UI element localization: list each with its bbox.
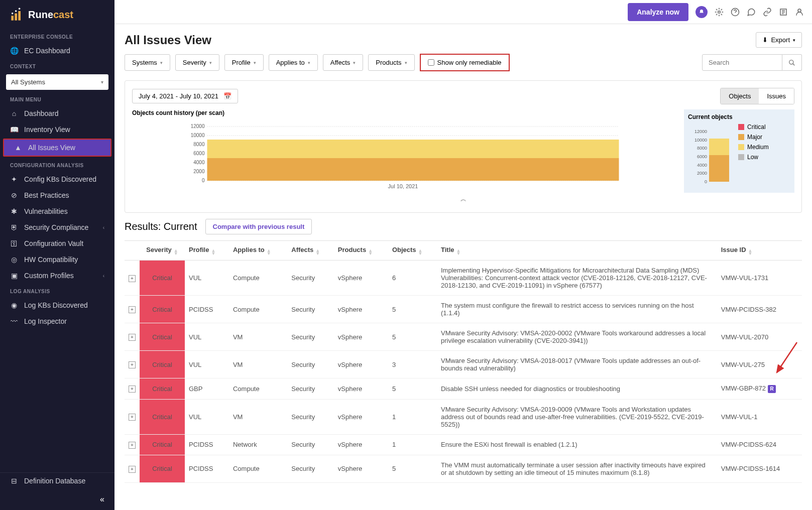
tab-objects[interactable]: Objects — [721, 88, 759, 104]
sidebar-item-vulnerabilities[interactable]: ✱Vulnerabilities — [0, 203, 114, 219]
chart-title: Objects count history (per scan) — [132, 109, 674, 116]
svg-text:6000: 6000 — [697, 154, 707, 159]
products-cell: vSphere — [334, 378, 388, 400]
remediable-checkbox-input[interactable] — [428, 59, 434, 66]
col-objects[interactable]: Objects▲▼ — [388, 241, 437, 261]
sort-icon: ▲▼ — [211, 249, 215, 255]
results-title: Results: Current — [125, 221, 197, 232]
profile-cell: VUL — [185, 399, 229, 434]
table-row[interactable]: + Critical VUL VM Security vSphere 3 VMw… — [125, 351, 802, 378]
context-select[interactable]: All Systems ▾ — [6, 74, 108, 90]
table-row[interactable]: + Critical VUL Compute Security vSphere … — [125, 261, 802, 296]
sidebar-item-security[interactable]: ⛨Security Compliance‹ — [0, 219, 114, 235]
title-cell: The system must configure the firewall t… — [437, 296, 717, 323]
objects-cell: 6 — [388, 261, 437, 296]
analyze-button[interactable]: Analyze now — [628, 3, 688, 21]
sidebar-item-definition-db[interactable]: ⊟Definition Database — [0, 473, 114, 489]
sidebar-item-all-issues[interactable]: ▲All Issues View — [3, 139, 111, 157]
svg-text:Jul 10, 2021: Jul 10, 2021 — [388, 183, 418, 189]
gear-icon[interactable] — [715, 8, 724, 17]
table-row[interactable]: + Critical PCIDSS Compute Security vSphe… — [125, 455, 802, 482]
expand-button[interactable]: + — [129, 334, 136, 341]
filter-affects[interactable]: Affects▾ — [323, 54, 364, 71]
svg-text:12000: 12000 — [694, 129, 707, 134]
svg-rect-2 — [18, 11, 21, 21]
caret-down-icon: ▾ — [405, 60, 407, 65]
show-remediable-checkbox[interactable]: Show only remediable — [420, 54, 510, 71]
filter-applies-to[interactable]: Applies to▾ — [269, 54, 318, 71]
applies-cell: Compute — [229, 261, 287, 296]
compare-button[interactable]: Compare with previous result — [205, 219, 312, 234]
sidebar-item-config-vault[interactable]: ⚿Configuration Vault — [0, 235, 114, 251]
col-products[interactable]: Products▲▼ — [334, 241, 388, 261]
link-icon[interactable] — [763, 8, 772, 17]
col-applies-to[interactable]: Applies to▲▼ — [229, 241, 287, 261]
notification-badge[interactable]: 2 — [695, 6, 708, 18]
col-title[interactable]: Title▲▼ — [437, 241, 717, 261]
table-row[interactable]: + Critical VUL VM Security vSphere 5 VMw… — [125, 323, 802, 351]
expand-button[interactable]: + — [129, 386, 136, 393]
col-severity[interactable]: Severity▲▼ — [140, 241, 185, 261]
col-issue-id[interactable]: Issue ID▲▼ — [717, 241, 802, 261]
sidebar-item-log-inspector[interactable]: 〰Log Inspector — [0, 313, 114, 329]
svg-text:10000: 10000 — [694, 138, 707, 143]
sidebar-item-custom-profiles[interactable]: ▣Custom Profiles‹ — [0, 268, 114, 284]
sidebar-item-hw-compat[interactable]: ◎HW Compatibility — [0, 251, 114, 268]
current-chart: 020004000600080001000012000 — [688, 123, 733, 189]
severity-cell: Critical — [140, 455, 185, 482]
sort-icon: ▲▼ — [315, 249, 320, 255]
logo[interactable]: Runecast — [0, 0, 114, 29]
filter-profile[interactable]: Profile▾ — [224, 54, 264, 71]
ec-dashboard-link[interactable]: 🌐 EC Dashboard — [0, 43, 114, 59]
expand-button[interactable]: + — [129, 466, 136, 473]
content-area: All Issues View ⬇Export▾ Systems▾ Severi… — [114, 24, 812, 510]
user-icon[interactable] — [795, 8, 804, 17]
folder-icon: ▣ — [10, 272, 18, 280]
filter-systems[interactable]: Systems▾ — [125, 54, 170, 71]
help-icon[interactable] — [731, 8, 740, 17]
expand-button[interactable]: + — [129, 275, 136, 282]
affects-cell: Security — [287, 455, 334, 482]
table-row[interactable]: + Critical GBP Compute Security vSphere … — [125, 378, 802, 400]
collapse-sidebar-button[interactable]: « — [0, 489, 114, 510]
table-row[interactable]: + Critical PCIDSS Network Security vSphe… — [125, 434, 802, 455]
col-profile[interactable]: Profile▲▼ — [185, 241, 229, 261]
search-button[interactable] — [782, 54, 802, 71]
svg-point-8 — [798, 9, 801, 12]
export-button[interactable]: ⬇Export▾ — [756, 32, 802, 48]
chat-icon[interactable] — [747, 8, 756, 17]
title-cell: VMware Security Advisory: VMSA-2019-0009… — [437, 399, 717, 434]
ec-dashboard-text: EC Dashboard — [24, 47, 70, 55]
svg-rect-25 — [207, 158, 619, 181]
doc-icon[interactable] — [779, 8, 788, 17]
affects-cell: Security — [287, 351, 334, 378]
sidebar-item-dashboard[interactable]: ⌂Dashboard — [0, 105, 114, 121]
chip-icon: ◎ — [10, 256, 18, 264]
sidebar-item-inventory[interactable]: 📖Inventory View — [0, 121, 114, 138]
collapse-chart-button[interactable]: ︽ — [132, 193, 794, 205]
sidebar-item-best-practices[interactable]: ⊘Best Practices — [0, 187, 114, 203]
profile-cell: VUL — [185, 351, 229, 378]
tab-issues[interactable]: Issues — [759, 88, 794, 104]
sidebar-item-config-kbs[interactable]: ✦Config KBs Discovered — [0, 171, 114, 187]
filter-products[interactable]: Products▾ — [368, 54, 414, 71]
expand-button[interactable]: + — [129, 414, 136, 421]
expand-button[interactable]: + — [129, 361, 136, 368]
date-range-picker[interactable]: July 4, 2021 - July 10, 2021 📅 — [132, 89, 238, 103]
filter-severity[interactable]: Severity▾ — [175, 54, 219, 71]
products-cell: vSphere — [334, 434, 388, 455]
expand-button[interactable]: + — [129, 306, 136, 313]
eye-icon: ◉ — [10, 301, 18, 309]
caret-down-icon: ▾ — [209, 60, 212, 65]
objects-cell: 5 — [388, 296, 437, 323]
expand-button[interactable]: + — [129, 442, 136, 449]
table-row[interactable]: + Critical VUL VM Security vSphere 1 VMw… — [125, 399, 802, 434]
col-affects[interactable]: Affects▲▼ — [287, 241, 334, 261]
table-row[interactable]: + Critical PCIDSS Compute Security vSphe… — [125, 296, 802, 323]
search-input[interactable] — [702, 54, 782, 71]
sidebar-item-log-kbs[interactable]: ◉Log KBs Discovered — [0, 297, 114, 313]
products-cell: vSphere — [334, 399, 388, 434]
sort-icon: ▲▼ — [174, 249, 178, 255]
profile-cell: VUL — [185, 323, 229, 351]
svg-text:6000: 6000 — [193, 151, 205, 156]
